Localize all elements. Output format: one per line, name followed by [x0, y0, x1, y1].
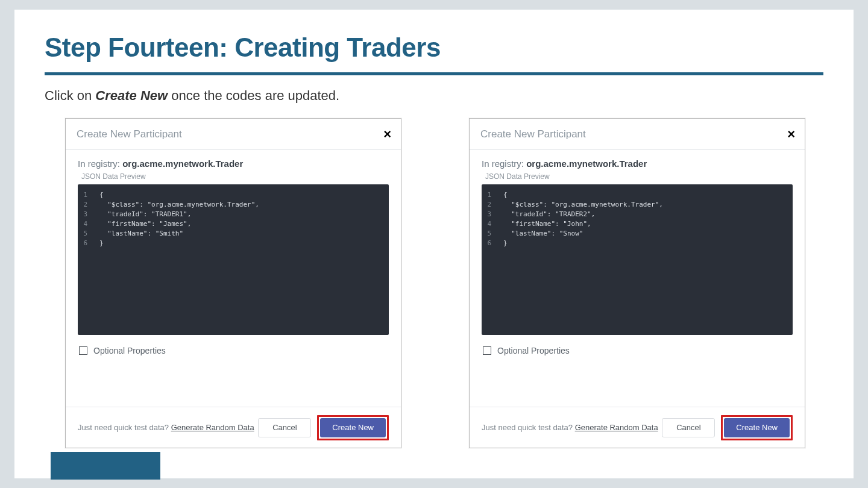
code-line: "lastName": "Snow" [496, 229, 583, 239]
instruction-suffix: once the codes are updated. [168, 88, 339, 103]
dialog-header: Create New Participant × [66, 119, 401, 150]
accent-bar [51, 452, 160, 480]
dialog-body: In registry: org.acme.mynetwork.Trader J… [66, 150, 401, 355]
json-preview-label: JSON Data Preview [81, 172, 389, 181]
registry-name: org.acme.mynetwork.Trader [526, 158, 647, 169]
slide-title: Step Fourteen: Creating Traders [45, 33, 441, 63]
line-number: 2 [482, 200, 496, 210]
quick-data-text: Just need quick test data? Generate Rand… [482, 423, 658, 432]
instruction-bold: Create New [95, 88, 168, 103]
footer-buttons: Cancel Create New [258, 415, 389, 440]
code-line: "firstName": "James", [92, 219, 191, 229]
line-number: 6 [482, 239, 496, 248]
json-preview-label: JSON Data Preview [485, 172, 793, 181]
registry-prefix: In registry: [78, 158, 122, 169]
code-line: "$class": "org.acme.mynetwork.Trader", [92, 200, 259, 210]
cancel-button[interactable]: Cancel [258, 418, 311, 437]
dialog-title: Create New Participant [480, 128, 586, 140]
line-number: 1 [482, 190, 496, 200]
footer-buttons: Cancel Create New [662, 415, 793, 440]
highlight-box: Create New [721, 415, 793, 440]
optional-checkbox[interactable] [483, 346, 491, 355]
cancel-button[interactable]: Cancel [662, 418, 715, 437]
close-icon[interactable]: × [383, 128, 391, 141]
create-new-button[interactable]: Create New [320, 418, 386, 437]
code-line: "firstName": "John", [496, 219, 591, 229]
generate-random-data-link[interactable]: Generate Random Data [171, 423, 254, 432]
generate-random-data-link[interactable]: Generate Random Data [575, 423, 658, 432]
registry-prefix: In registry: [482, 158, 526, 169]
instruction-prefix: Click on [45, 88, 95, 103]
line-number: 5 [482, 229, 496, 239]
dialog-footer: Just need quick test data? Generate Rand… [470, 407, 805, 448]
quick-prefix: Just need quick test data? [482, 423, 575, 432]
line-number: 5 [78, 229, 92, 239]
dialog-title: Create New Participant [77, 128, 182, 140]
line-number: 6 [78, 239, 92, 248]
create-new-button[interactable]: Create New [724, 418, 790, 437]
dialog-header: Create New Participant × [470, 119, 805, 150]
code-line: { [496, 190, 508, 200]
optional-label: Optional Properties [93, 346, 166, 355]
code-line: "$class": "org.acme.mynetwork.Trader", [496, 200, 663, 210]
line-number: 3 [78, 210, 92, 219]
dialog-footer: Just need quick test data? Generate Rand… [66, 407, 401, 448]
dialog-body: In registry: org.acme.mynetwork.Trader J… [470, 150, 805, 355]
dialog-trader1: Create New Participant × In registry: or… [65, 118, 401, 448]
code-line: } [92, 239, 104, 248]
code-line: "tradeId": "TRADER1", [92, 210, 191, 219]
code-line: "tradeId": "TRADER2", [496, 210, 595, 219]
line-number: 1 [78, 190, 92, 200]
instruction-text: Click on Create New once the codes are u… [45, 88, 339, 104]
close-icon[interactable]: × [787, 128, 795, 141]
highlight-box: Create New [317, 415, 389, 440]
registry-line: In registry: org.acme.mynetwork.Trader [482, 158, 793, 169]
registry-name: org.acme.mynetwork.Trader [122, 158, 243, 169]
line-number: 4 [482, 219, 496, 229]
registry-line: In registry: org.acme.mynetwork.Trader [78, 158, 389, 169]
code-editor[interactable]: 1{ 2 "$class": "org.acme.mynetwork.Trade… [482, 184, 793, 335]
optional-label: Optional Properties [497, 346, 570, 355]
code-line: { [92, 190, 104, 200]
line-number: 2 [78, 200, 92, 210]
quick-prefix: Just need quick test data? [78, 423, 171, 432]
code-editor[interactable]: 1{ 2 "$class": "org.acme.mynetwork.Trade… [78, 184, 389, 335]
optional-checkbox[interactable] [79, 346, 87, 355]
code-line: } [496, 239, 508, 248]
optional-row: Optional Properties [482, 346, 793, 355]
optional-row: Optional Properties [78, 346, 389, 355]
title-underline [45, 72, 823, 75]
line-number: 3 [482, 210, 496, 219]
slide-canvas: Step Fourteen: Creating Traders Click on… [14, 10, 854, 478]
quick-data-text: Just need quick test data? Generate Rand… [78, 423, 254, 432]
dialog-trader2: Create New Participant × In registry: or… [469, 118, 805, 448]
line-number: 4 [78, 219, 92, 229]
code-line: "lastName": "Smith" [92, 229, 183, 239]
